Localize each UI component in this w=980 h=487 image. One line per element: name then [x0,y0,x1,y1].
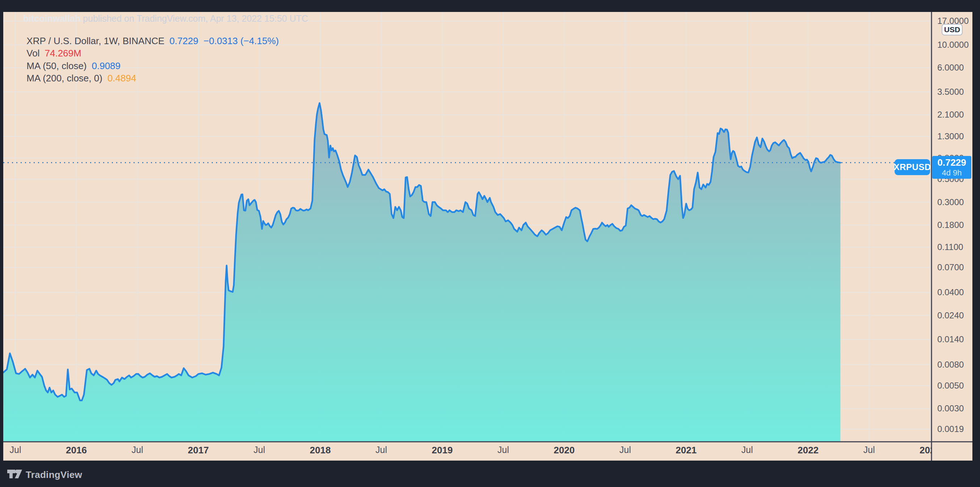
price-axis-label: 0.0050 [937,380,972,391]
ma200-value: 0.4894 [108,73,137,84]
ma200-label: MA (200, close, 0) [26,73,102,84]
price-axis-label: 0.0140 [937,334,972,345]
symbol-price-change: 0.7229 −0.0313 (−4.15%) [169,35,278,46]
price-axis-label: 0.0019 [937,424,972,434]
time-axis-label: Jul [741,445,753,455]
legend-ma200-row: MA (200, close, 0)0.4894 [11,62,136,94]
time-axis-label: Jul [254,445,265,455]
time-axis-label: 2019 [432,445,453,456]
time-axis-label: 2022 [798,445,819,456]
last-price-axis-label[interactable]: 0.7229 4d 9h [932,156,971,179]
last-price-age: 4d 9h [932,169,971,177]
tradingview-brand[interactable]: TradingView [7,469,82,480]
price-axis-label: 2.1000 [937,109,972,120]
price-axis-label: 0.1100 [937,242,972,253]
price-axis-label: 0.0240 [937,310,972,321]
last-price-symbol-flag[interactable]: XRPUSD [895,159,930,175]
chart-canvas[interactable] [0,0,980,487]
tradingview-snapshot: bitcoinwallah published on TradingView.c… [0,0,980,487]
price-axis-label: 0.0700 [937,262,972,273]
price-axis-label: 17.0000 [937,16,972,26]
time-axis-label: 2017 [188,445,209,456]
tradingview-brand-text: TradingView [26,469,82,481]
time-axis-label: Jul [10,445,21,455]
time-axis-label: 2018 [310,445,331,456]
time-axis-label: Jul [864,445,875,455]
author-name: bitcoinwallah [23,13,80,24]
time-axis-label: 2016 [66,445,87,456]
time-axis-label: Jul [132,445,143,455]
publish-header: bitcoinwallah published on TradingView.c… [13,0,308,12]
price-axis-label: 6.0000 [937,62,972,73]
time-axis-label: 2021 [676,445,697,456]
time-axis-label: Jul [498,445,509,455]
last-price-value: 0.7229 [932,157,971,169]
time-axis-label: 2020 [554,445,575,456]
time-axis-label: 2023 [920,445,931,456]
publish-info: published on TradingView.com, Apr 13, 20… [80,13,308,24]
price-axis-label: 0.0080 [937,359,972,370]
price-axis-label: 3.5000 [937,86,972,97]
price-axis-label: 1.3000 [937,131,972,142]
price-axis-label: 0.3000 [937,197,972,208]
time-axis-label: Jul [375,445,387,455]
price-axis-label: 0.1800 [937,220,972,231]
price-axis-label: 0.0030 [937,403,972,414]
price-axis-label: 0.0400 [937,287,972,298]
time-axis-label: Jul [620,445,631,455]
price-axis-label: 10.0000 [937,40,972,50]
tradingview-logo-icon [7,469,22,480]
time-axis[interactable]: Jul2016Jul2017Jul2018Jul2019Jul2020Jul20… [3,442,931,461]
